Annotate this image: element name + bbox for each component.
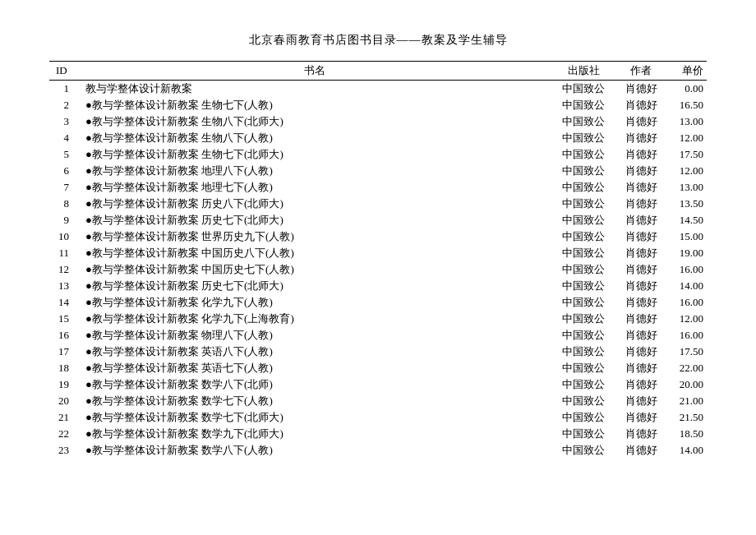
table-row: 19●教与学整体设计新教案 数学八下(北师)中国致公肖德好20.00 — [49, 376, 707, 393]
cell-author: 肖德好 — [616, 196, 666, 212]
cell-id: 11 — [49, 245, 79, 261]
cell-id: 18 — [49, 360, 79, 376]
cell-book: ●教与学整体设计新教案 生物七下(北师大) — [79, 146, 551, 163]
cell-book: ●教与学整体设计新教案 数学七下(人教) — [79, 393, 551, 409]
cell-book: ●教与学整体设计新教案 中国历史八下(人教) — [79, 245, 551, 261]
cell-author: 肖德好 — [616, 360, 666, 376]
cell-book: ●教与学整体设计新教案 生物八下(人教) — [79, 130, 551, 146]
cell-author: 肖德好 — [616, 294, 666, 311]
cell-book: ●教与学整体设计新教案 英语七下(人教) — [79, 360, 551, 376]
book-table: ID 书名 出版社 作者 单价 1教与学整体设计新教案中国致公肖德好0.002●… — [49, 61, 707, 459]
cell-id: 20 — [49, 393, 79, 409]
cell-price: 17.50 — [666, 344, 707, 360]
cell-price: 19.00 — [666, 245, 707, 261]
cell-id: 21 — [49, 409, 79, 426]
table-row: 22●教与学整体设计新教案 数学九下(北师大)中国致公肖德好18.50 — [49, 426, 707, 442]
cell-price: 21.00 — [666, 393, 707, 409]
cell-id: 7 — [49, 179, 79, 196]
table-body: 1教与学整体设计新教案中国致公肖德好0.002●教与学整体设计新教案 生物七下(… — [49, 81, 707, 459]
cell-book: ●教与学整体设计新教案 世界历史九下(人教) — [79, 228, 551, 245]
table-row: 8●教与学整体设计新教案 历史八下(北师大)中国致公肖德好13.50 — [49, 196, 707, 212]
cell-id: 1 — [49, 81, 79, 98]
cell-author: 肖德好 — [616, 245, 666, 261]
col-header-id: ID — [49, 62, 79, 81]
cell-id: 5 — [49, 146, 79, 163]
cell-publisher: 中国致公 — [551, 130, 616, 146]
cell-publisher: 中国致公 — [551, 327, 616, 344]
cell-price: 13.00 — [666, 179, 707, 196]
cell-id: 9 — [49, 212, 79, 228]
cell-book: ●教与学整体设计新教案 数学八下(北师) — [79, 376, 551, 393]
cell-author: 肖德好 — [616, 97, 666, 113]
cell-publisher: 中国致公 — [551, 97, 616, 113]
cell-book: ●教与学整体设计新教案 历史八下(北师大) — [79, 196, 551, 212]
cell-author: 肖德好 — [616, 81, 666, 98]
cell-book: ●教与学整体设计新教案 化学九下(人教) — [79, 294, 551, 311]
cell-book: ●教与学整体设计新教案 地理八下(人教) — [79, 163, 551, 179]
cell-book: ●教与学整体设计新教案 生物八下(北师大) — [79, 113, 551, 130]
table-row: 4●教与学整体设计新教案 生物八下(人教)中国致公肖德好12.00 — [49, 130, 707, 146]
cell-book: ●教与学整体设计新教案 数学九下(北师大) — [79, 426, 551, 442]
cell-price: 16.50 — [666, 97, 707, 113]
cell-book: 教与学整体设计新教案 — [79, 81, 551, 98]
cell-publisher: 中国致公 — [551, 376, 616, 393]
cell-author: 肖德好 — [616, 212, 666, 228]
cell-id: 8 — [49, 196, 79, 212]
cell-id: 15 — [49, 311, 79, 327]
cell-publisher: 中国致公 — [551, 409, 616, 426]
page-title: 北京春雨教育书店图书目录——教案及学生辅导 — [49, 33, 707, 48]
col-header-publisher: 出版社 — [551, 62, 616, 81]
cell-book: ●教与学整体设计新教案 数学八下(人教) — [79, 442, 551, 459]
table-row: 1教与学整体设计新教案中国致公肖德好0.00 — [49, 81, 707, 98]
table-row: 14●教与学整体设计新教案 化学九下(人教)中国致公肖德好16.00 — [49, 294, 707, 311]
cell-id: 4 — [49, 130, 79, 146]
cell-book: ●教与学整体设计新教案 化学九下(上海教育) — [79, 311, 551, 327]
cell-book: ●教与学整体设计新教案 中国历史七下(人教) — [79, 261, 551, 278]
cell-price: 0.00 — [666, 81, 707, 98]
cell-id: 12 — [49, 261, 79, 278]
cell-id: 13 — [49, 278, 79, 294]
table-row: 16●教与学整体设计新教案 物理八下(人教)中国致公肖德好16.00 — [49, 327, 707, 344]
cell-publisher: 中国致公 — [551, 360, 616, 376]
cell-price: 16.00 — [666, 294, 707, 311]
cell-author: 肖德好 — [616, 376, 666, 393]
table-row: 18●教与学整体设计新教案 英语七下(人教)中国致公肖德好22.00 — [49, 360, 707, 376]
cell-price: 16.00 — [666, 327, 707, 344]
cell-id: 6 — [49, 163, 79, 179]
cell-publisher: 中国致公 — [551, 393, 616, 409]
cell-id: 22 — [49, 426, 79, 442]
cell-publisher: 中国致公 — [551, 163, 616, 179]
table-row: 20●教与学整体设计新教案 数学七下(人教)中国致公肖德好21.00 — [49, 393, 707, 409]
cell-publisher: 中国致公 — [551, 344, 616, 360]
col-header-author: 作者 — [616, 62, 666, 81]
cell-book: ●教与学整体设计新教案 历史七下(北师大) — [79, 212, 551, 228]
cell-price: 17.50 — [666, 146, 707, 163]
cell-author: 肖德好 — [616, 130, 666, 146]
col-header-book: 书名 — [79, 62, 551, 81]
table-row: 23●教与学整体设计新教案 数学八下(人教)中国致公肖德好14.00 — [49, 442, 707, 459]
cell-publisher: 中国致公 — [551, 261, 616, 278]
table-row: 9●教与学整体设计新教案 历史七下(北师大)中国致公肖德好14.50 — [49, 212, 707, 228]
cell-book: ●教与学整体设计新教案 数学七下(北师大) — [79, 409, 551, 426]
cell-id: 3 — [49, 113, 79, 130]
cell-id: 10 — [49, 228, 79, 245]
col-header-price: 单价 — [666, 62, 707, 81]
cell-publisher: 中国致公 — [551, 426, 616, 442]
cell-id: 23 — [49, 442, 79, 459]
cell-price: 13.50 — [666, 196, 707, 212]
cell-publisher: 中国致公 — [551, 228, 616, 245]
cell-publisher: 中国致公 — [551, 294, 616, 311]
cell-publisher: 中国致公 — [551, 311, 616, 327]
cell-author: 肖德好 — [616, 426, 666, 442]
cell-id: 14 — [49, 294, 79, 311]
table-row: 12●教与学整体设计新教案 中国历史七下(人教)中国致公肖德好16.00 — [49, 261, 707, 278]
cell-book: ●教与学整体设计新教案 物理八下(人教) — [79, 327, 551, 344]
cell-publisher: 中国致公 — [551, 212, 616, 228]
cell-publisher: 中国致公 — [551, 442, 616, 459]
cell-book: ●教与学整体设计新教案 生物七下(人教) — [79, 97, 551, 113]
cell-author: 肖德好 — [616, 113, 666, 130]
cell-author: 肖德好 — [616, 393, 666, 409]
cell-id: 2 — [49, 97, 79, 113]
table-header: ID 书名 出版社 作者 单价 — [49, 62, 707, 81]
table-row: 10●教与学整体设计新教案 世界历史九下(人教)中国致公肖德好15.00 — [49, 228, 707, 245]
